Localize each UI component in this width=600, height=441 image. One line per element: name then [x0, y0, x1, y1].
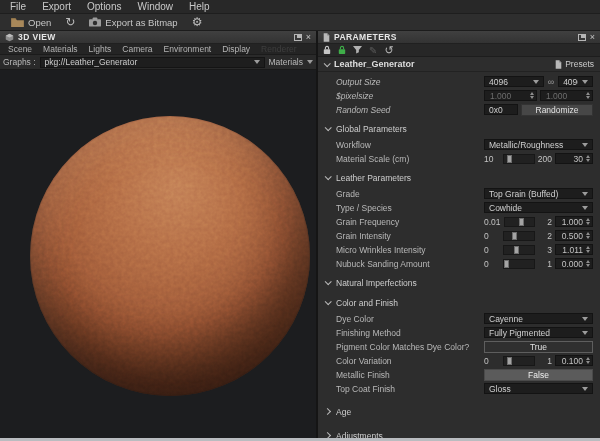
pigment-match-toggle[interactable]: True	[484, 341, 593, 353]
undock-icon[interactable]	[294, 34, 302, 41]
tab-renderer-disabled: Renderer	[256, 44, 301, 54]
section-adjustments[interactable]: Adjustments	[318, 428, 600, 438]
nubuck-sanding-slider[interactable]	[503, 259, 535, 269]
micro-wrinkles-slider[interactable]	[503, 245, 535, 255]
spinner-arrows[interactable]	[586, 218, 590, 225]
spinner-arrows[interactable]	[586, 246, 590, 253]
export-as-bitmap-button[interactable]: Export as Bitmap	[84, 16, 182, 29]
lock-icon[interactable]	[323, 45, 331, 55]
type-species-select[interactable]: Cowhide	[484, 202, 593, 213]
open-button[interactable]: Open	[6, 16, 56, 29]
tab-scene[interactable]: Scene	[3, 44, 37, 54]
dye-color-select[interactable]: Cayenne	[484, 313, 593, 324]
graph-name-row: Leather_Generator Presets	[318, 57, 600, 72]
grain-intensity-slider[interactable]	[503, 231, 535, 241]
spinner-arrows[interactable]	[586, 232, 590, 239]
unlock-green-icon[interactable]	[338, 45, 346, 55]
grain-frequency-value[interactable]: 1.000	[555, 216, 593, 227]
3d-viewport[interactable]	[0, 70, 316, 438]
chevron-down-icon	[307, 60, 313, 64]
chevron-right-icon	[324, 408, 331, 415]
material-scale-value[interactable]: 30	[555, 153, 593, 164]
nubuck-sanding-value[interactable]: 0.000	[555, 258, 593, 269]
menu-file[interactable]: File	[2, 1, 34, 12]
param-color-variation: Color Variation 0 1 0.100	[318, 354, 600, 367]
metallic-finish-toggle[interactable]: False	[484, 369, 593, 381]
micro-wrinkles-value[interactable]: 1.011	[555, 244, 593, 255]
refresh-button[interactable]: ↻	[60, 16, 80, 28]
color-variation-value[interactable]: 0.100	[555, 355, 593, 366]
slider-handle[interactable]	[519, 218, 524, 226]
spinner-arrows[interactable]	[586, 357, 590, 364]
cube-icon	[5, 33, 14, 42]
presets-button[interactable]: Presets	[555, 59, 594, 69]
parameters-title: PARAMETERS	[334, 32, 397, 42]
random-seed-field[interactable]: 0x0	[484, 104, 518, 115]
finishing-method-select[interactable]: Fully Pigmented	[484, 327, 593, 338]
grade-select[interactable]: Top Grain (Buffed)	[484, 188, 593, 199]
link-icon[interactable]: ∞	[547, 77, 555, 87]
tab-environment[interactable]: Environment	[159, 44, 217, 54]
settings-button[interactable]: ⚙	[187, 16, 208, 28]
chevron-down-icon	[325, 298, 332, 305]
slider-handle[interactable]	[507, 357, 512, 365]
tab-lights[interactable]: Lights	[84, 44, 117, 54]
output-height-select[interactable]: 4096	[558, 76, 593, 87]
section-global-parameters[interactable]: Global Parameters	[318, 121, 600, 136]
spinner-arrows[interactable]	[530, 92, 534, 99]
materials-dropdown[interactable]: Materials	[269, 57, 303, 67]
graph-select[interactable]: pkg://Leather_Generator	[40, 57, 265, 68]
menu-export[interactable]: Export	[34, 1, 79, 12]
material-scale-slider[interactable]	[503, 154, 535, 164]
grain-frequency-slider[interactable]	[504, 217, 535, 227]
filter-icon[interactable]	[353, 46, 362, 55]
section-age[interactable]: Age	[318, 404, 600, 419]
menu-help[interactable]: Help	[181, 1, 218, 12]
param-top-coat-finish: Top Coat Finish Gloss	[318, 382, 600, 395]
param-grain-frequency: Grain Frequency 0.01 2 1.000	[318, 215, 600, 228]
tab-camera[interactable]: Camera	[117, 44, 157, 54]
spinner-arrows[interactable]	[586, 260, 590, 267]
3d-view-panel: 3D VIEW × Scene Materials Lights Camera …	[0, 31, 318, 438]
param-pigment-match: Pigment Color Matches Dye Color? True	[318, 340, 600, 353]
param-micro-wrinkles: Micro Wrinkles Intensity 0 3 1.011	[318, 243, 600, 256]
param-dye-color: Dye Color Cayenne	[318, 312, 600, 325]
application-window: File Export Options Window Help Open ↻ E…	[0, 0, 600, 441]
param-grade: Grade Top Grain (Buffed)	[318, 187, 600, 200]
tab-display[interactable]: Display	[217, 44, 255, 54]
chevron-down-icon	[254, 60, 260, 64]
top-coat-finish-select[interactable]: Gloss	[484, 383, 593, 394]
tab-materials[interactable]: Materials	[38, 44, 82, 54]
chevron-down-icon	[582, 317, 588, 321]
parameters-toolbar: ✎ ↺	[318, 44, 600, 57]
menu-options[interactable]: Options	[79, 1, 129, 12]
main-toolbar: Open ↻ Export as Bitmap ⚙	[0, 14, 600, 31]
pixelsize-y-field[interactable]: 1.000	[540, 90, 593, 101]
chevron-down-icon[interactable]	[324, 60, 331, 67]
spinner-arrows[interactable]	[586, 155, 590, 162]
undock-icon[interactable]	[578, 34, 586, 41]
reset-icon[interactable]: ↺	[384, 46, 393, 55]
close-icon[interactable]: ×	[590, 33, 595, 41]
chevron-down-icon	[325, 278, 332, 285]
graph-name: Leather_Generator	[334, 59, 415, 69]
color-variation-slider[interactable]	[503, 356, 535, 366]
section-natural-imperfections[interactable]: Natural Imperfections	[318, 275, 600, 290]
grain-intensity-value[interactable]: 0.500	[555, 230, 593, 241]
output-width-select[interactable]: 4096	[484, 76, 544, 87]
menu-window[interactable]: Window	[130, 1, 182, 12]
slider-handle[interactable]	[512, 232, 517, 240]
close-icon[interactable]: ×	[306, 33, 311, 41]
section-color-and-finish[interactable]: Color and Finish	[318, 295, 600, 310]
pixelsize-x-field[interactable]: 1.000	[484, 90, 537, 101]
randomize-button[interactable]: Randomize	[521, 104, 593, 116]
slider-handle[interactable]	[507, 155, 512, 163]
spinner-arrows[interactable]	[586, 92, 590, 99]
workflow-select[interactable]: Metallic/Roughness	[484, 139, 593, 150]
slider-handle[interactable]	[514, 246, 519, 254]
param-grain-intensity: Grain Intensity 0 2 0.500	[318, 229, 600, 242]
camera-icon	[89, 17, 101, 27]
section-leather-parameters[interactable]: Leather Parameters	[318, 170, 600, 185]
chevron-down-icon	[582, 192, 588, 196]
slider-handle[interactable]	[504, 260, 509, 268]
